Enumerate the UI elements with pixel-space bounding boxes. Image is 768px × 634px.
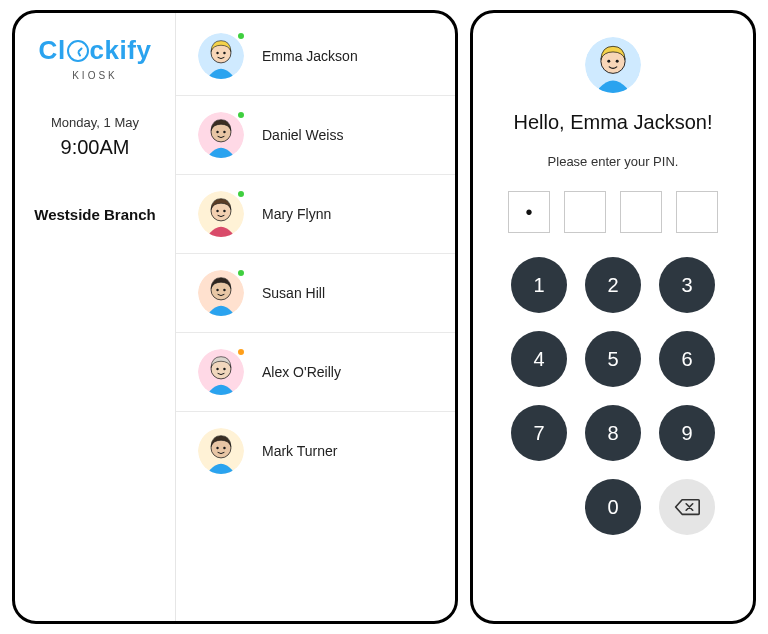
branch-name: Westside Branch: [34, 205, 155, 225]
keypad-key-8[interactable]: 8: [585, 405, 641, 461]
date-label: Monday, 1 May: [51, 115, 139, 130]
time-label: 9:00AM: [51, 136, 139, 159]
keypad-key-7[interactable]: 7: [511, 405, 567, 461]
avatar: [198, 428, 244, 474]
svg-point-2: [216, 52, 218, 54]
keypad-key-6[interactable]: 6: [659, 331, 715, 387]
svg-point-15: [223, 289, 225, 291]
keypad-key-0[interactable]: 0: [585, 479, 641, 535]
status-dot: [236, 268, 246, 278]
person-name: Emma Jackson: [262, 48, 358, 64]
kiosk-sidebar: Cl ckify KIOSK Monday, 1 May 9:00AM West…: [15, 13, 175, 621]
svg-point-23: [223, 447, 225, 449]
clock-icon: [67, 40, 89, 62]
avatar: [198, 191, 244, 237]
pin-device: Hello, Emma Jackson! Please enter your P…: [470, 10, 756, 624]
person-row[interactable]: Alex O'Reilly: [176, 333, 455, 412]
svg-point-27: [616, 60, 619, 63]
keypad-spacer: [511, 479, 567, 535]
svg-point-22: [216, 447, 218, 449]
person-row[interactable]: Susan Hill: [176, 254, 455, 333]
person-name: Alex O'Reilly: [262, 364, 341, 380]
person-name: Mary Flynn: [262, 206, 331, 222]
greeting: Hello, Emma Jackson!: [514, 111, 713, 134]
avatar: [198, 112, 244, 158]
pin-boxes: •: [508, 191, 718, 233]
keypad: 1234567890: [511, 257, 715, 535]
keypad-key-9[interactable]: 9: [659, 405, 715, 461]
pin-box: •: [508, 191, 550, 233]
svg-point-6: [216, 131, 218, 133]
brand-word: Cl ckify: [39, 35, 152, 66]
avatar: [198, 33, 244, 79]
svg-point-18: [216, 368, 218, 370]
person-row[interactable]: Emma Jackson: [176, 17, 455, 96]
keypad-key-5[interactable]: 5: [585, 331, 641, 387]
brand-sub: KIOSK: [72, 70, 118, 81]
person-row[interactable]: Mary Flynn: [176, 175, 455, 254]
keypad-key-1[interactable]: 1: [511, 257, 567, 313]
svg-point-26: [607, 60, 610, 63]
avatar: [198, 270, 244, 316]
person-row[interactable]: Daniel Weiss: [176, 96, 455, 175]
keypad-key-2[interactable]: 2: [585, 257, 641, 313]
svg-point-14: [216, 289, 218, 291]
person-name: Mark Turner: [262, 443, 337, 459]
svg-point-19: [223, 368, 225, 370]
pin-box: [620, 191, 662, 233]
datetime-block: Monday, 1 May 9:00AM: [51, 115, 139, 159]
kiosk-device: Cl ckify KIOSK Monday, 1 May 9:00AM West…: [12, 10, 458, 624]
svg-point-11: [223, 210, 225, 212]
status-dot: [236, 347, 246, 357]
status-dot: [236, 31, 246, 41]
keypad-key-4[interactable]: 4: [511, 331, 567, 387]
backspace-icon: [674, 497, 700, 517]
person-name: Susan Hill: [262, 285, 325, 301]
pin-box: [676, 191, 718, 233]
brand-logo: Cl ckify KIOSK: [39, 35, 152, 81]
status-dot: [236, 110, 246, 120]
backspace-button[interactable]: [659, 479, 715, 535]
keypad-key-3[interactable]: 3: [659, 257, 715, 313]
pin-prompt: Please enter your PIN.: [548, 154, 679, 169]
pin-box: [564, 191, 606, 233]
person-name: Daniel Weiss: [262, 127, 343, 143]
avatar: [198, 349, 244, 395]
svg-point-7: [223, 131, 225, 133]
people-list: Emma Jackson Daniel Weiss Mary Flynn Sus…: [175, 13, 455, 621]
status-dot: [236, 189, 246, 199]
svg-point-10: [216, 210, 218, 212]
pin-avatar: [585, 37, 641, 93]
person-row[interactable]: Mark Turner: [176, 412, 455, 490]
svg-point-3: [223, 52, 225, 54]
